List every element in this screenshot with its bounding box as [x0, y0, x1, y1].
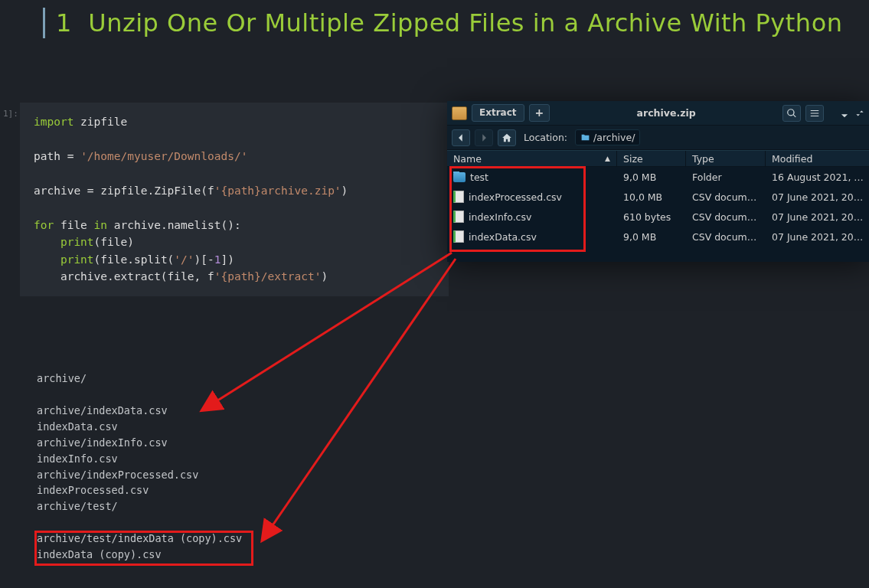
highlight-box-files [449, 166, 586, 252]
code-text [34, 236, 60, 248]
home-icon [501, 132, 512, 143]
code-text: zipfile.ZipFile(f [100, 185, 214, 197]
table-header: Name▲ Size Type Modified [447, 150, 869, 167]
file-size: 610 bytes [617, 211, 686, 223]
code-text: archive [34, 185, 87, 197]
code-text: ) [321, 270, 328, 283]
output-line: archive/indexProcessed.csv [37, 469, 198, 481]
output-line: archive/test/ [37, 500, 118, 512]
titlebar: Extract + archive.zip [447, 101, 869, 126]
code-text: (file.split( [94, 253, 175, 266]
col-name-header[interactable]: Name▲ [447, 151, 617, 166]
code-text: )[ [194, 253, 207, 266]
output-line: archive/indexData.csv [37, 404, 168, 416]
location-label: Location: [521, 132, 570, 143]
code-string: '/' [174, 253, 194, 266]
section-heading: 1 Unzip One Or Multiple Zipped Files in … [43, 8, 854, 38]
code-string: /extract' [261, 270, 322, 283]
home-button[interactable] [498, 129, 516, 146]
code-text: archive.namelist(): [107, 219, 241, 231]
code-text: file [54, 219, 93, 231]
code-text [34, 253, 60, 266]
location-path: /archive/ [593, 132, 635, 143]
file-size: 9,0 MB [617, 231, 686, 243]
minimize-icon[interactable] [839, 108, 850, 119]
archive-manager-window: Extract + archive.zip Location: /archive [447, 101, 869, 262]
extract-button[interactable]: Extract [472, 104, 524, 122]
code-text: = [67, 150, 80, 162]
code-text: - [207, 253, 214, 266]
location-field[interactable]: /archive/ [575, 129, 640, 145]
arrow-left-icon [456, 132, 466, 143]
code-text: ) [341, 185, 348, 197]
folder-icon [580, 132, 590, 142]
file-modified: 16 August 2021, 12 [766, 172, 869, 183]
keyword-for: for [34, 219, 54, 231]
code-text: archive.extract(file, f [60, 270, 214, 283]
module-name: zipfile [74, 116, 127, 128]
keyword-in: in [94, 219, 107, 231]
output-line: archive/indexInfo.csv [37, 436, 168, 449]
menu-button[interactable] [805, 105, 824, 122]
code-text [34, 270, 60, 283]
highlight-box-output-2 [34, 531, 253, 566]
arrow-right-icon [479, 132, 489, 143]
search-icon [786, 108, 797, 119]
col-size-header[interactable]: Size [617, 151, 686, 166]
navbar: Location: /archive/ [447, 126, 869, 150]
output-line: indexInfo.csv [37, 452, 118, 465]
cell-prompt: 1]: [0, 107, 21, 120]
heading-text: Unzip One Or Multiple Zipped Files in a … [88, 8, 842, 38]
heading-number: 1 [56, 8, 72, 38]
forward-button[interactable] [475, 129, 493, 146]
code-text: ]) [221, 253, 234, 266]
col-modified-header[interactable]: Modified [766, 151, 869, 166]
code-string: '/home/myuser/Downloads/' [80, 150, 247, 162]
code-string: archive.zip' [261, 185, 341, 197]
file-type: CSV document [686, 231, 766, 243]
code-text: (file) [94, 236, 134, 248]
file-size: 9,0 MB [617, 172, 686, 183]
file-type: Folder [686, 172, 766, 183]
file-modified: 07 June 2021, 20:53 [766, 231, 869, 243]
code-text: = [87, 185, 100, 197]
keyword-import: import [34, 116, 74, 128]
code-cell[interactable]: import zipfile path = '/home/myuser/Down… [20, 103, 449, 296]
output-line: indexData.csv [37, 420, 118, 433]
search-button[interactable] [782, 105, 801, 122]
window-title: archive.zip [554, 107, 778, 119]
sort-asc-icon: ▲ [605, 155, 610, 162]
file-size: 10,0 MB [617, 191, 686, 203]
add-button[interactable]: + [529, 104, 550, 122]
file-type: CSV document [686, 211, 766, 223]
file-modified: 07 June 2021, 20:53 [766, 191, 869, 203]
back-button[interactable] [452, 129, 470, 146]
code-fstring: {path} [221, 185, 260, 197]
app-icon [452, 106, 467, 120]
file-type: CSV document [686, 191, 766, 203]
hamburger-icon [809, 108, 820, 119]
output-line: indexProcessed.csv [37, 484, 149, 496]
builtin-print: print [60, 236, 94, 248]
builtin-print: print [60, 253, 94, 266]
output-line: archive/ [37, 372, 87, 384]
col-type-header[interactable]: Type [686, 151, 766, 166]
code-fstring: {path} [221, 270, 260, 283]
maximize-icon[interactable] [854, 108, 865, 119]
code-text: path [34, 150, 67, 162]
file-modified: 07 June 2021, 20:53 [766, 211, 869, 223]
